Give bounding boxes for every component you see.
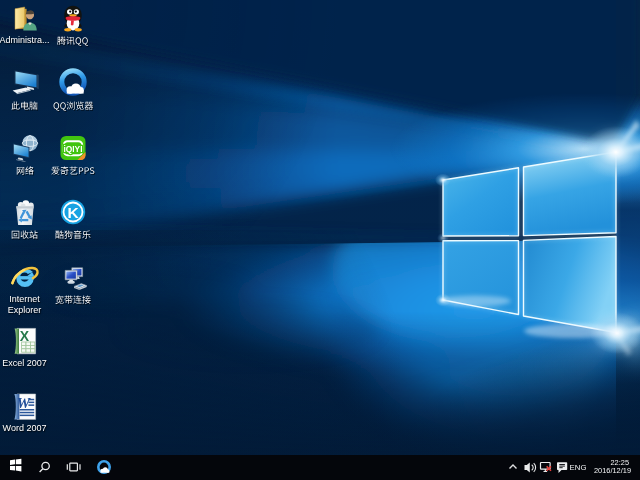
svg-text:2016/12/19: 2016/12/19: [594, 466, 631, 475]
svg-text:ENG: ENG: [570, 463, 587, 472]
svg-text:iQIYI: iQIYI: [63, 143, 82, 153]
svg-text:K: K: [67, 204, 79, 221]
